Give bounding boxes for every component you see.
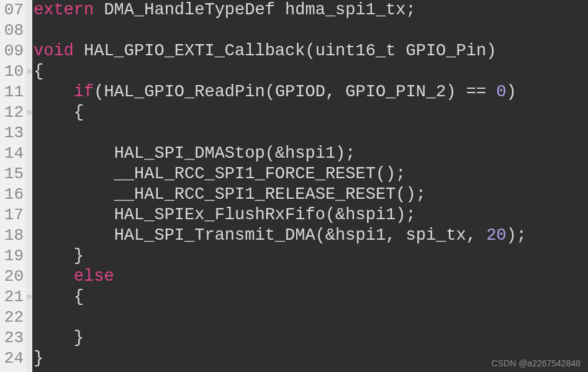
token-paren: (	[376, 164, 386, 184]
token-txt	[34, 266, 74, 287]
code-line[interactable]: void HAL_GPIO_EXTI_Callback(uint16_t GPI…	[34, 41, 588, 61]
token-kw-if: if	[74, 82, 94, 102]
line-number: 16	[1, 184, 24, 205]
token-txt	[34, 328, 74, 348]
token-kw-void: void	[34, 41, 74, 61]
code-area[interactable]: extern DMA_HandleTypeDef hdma_spi1_tx;vo…	[32, 0, 588, 372]
line-number: 08	[1, 20, 24, 41]
line-number: 23	[1, 328, 24, 348]
token-op: &	[275, 143, 285, 164]
code-line[interactable]: __HAL_RCC_SPI1_FORCE_RESET();	[34, 164, 588, 184]
token-txt	[34, 205, 114, 225]
line-number: 17	[1, 205, 24, 225]
token-paren: )	[406, 184, 416, 205]
code-line[interactable]: {	[34, 61, 588, 82]
line-number: 19	[1, 246, 24, 266]
token-ident: hspi1	[285, 143, 335, 164]
line-number: 10	[1, 61, 24, 82]
line-number: 22	[1, 307, 24, 328]
token-txt	[486, 82, 496, 102]
code-line[interactable]: else	[34, 266, 588, 287]
code-line[interactable]: HAL_SPI_Transmit_DMA(&hspi1, spi_tx, 20)…	[34, 225, 588, 246]
token-ident: GPIO_PIN_2	[345, 82, 446, 102]
token-paren: )	[507, 225, 517, 246]
token-semi: ;	[416, 184, 426, 205]
token-semi: ;	[517, 225, 527, 246]
token-txt	[335, 82, 345, 102]
token-ident: GPIOD	[275, 82, 325, 102]
token-paren: )	[486, 41, 496, 61]
token-paren: (	[265, 143, 275, 164]
token-brace: {	[74, 287, 84, 307]
code-line[interactable]: __HAL_RCC_SPI1_RELEASE_RESET();	[34, 184, 588, 205]
token-txt	[396, 41, 405, 61]
line-number-gutter: 070809101112131415161718192021222324	[0, 0, 26, 372]
token-brace: {	[34, 61, 43, 82]
token-func: HAL_SPIEx_FlushRxFifo	[114, 205, 325, 225]
fold-spacer	[26, 246, 32, 266]
code-line[interactable]: HAL_SPIEx_FlushRxFifo(&hspi1);	[34, 205, 588, 225]
token-num: 20	[486, 225, 506, 246]
token-paren: )	[335, 143, 345, 164]
fold-spacer	[26, 205, 32, 225]
fold-spacer	[26, 225, 32, 246]
fold-spacer	[26, 20, 32, 41]
code-line[interactable]: }	[34, 328, 588, 348]
token-txt	[34, 102, 74, 123]
token-txt	[34, 164, 114, 184]
token-func: __HAL_RCC_SPI1_FORCE_RESET	[114, 164, 376, 184]
line-number: 13	[1, 123, 24, 143]
fold-gutter: ⊟⊟⊟	[26, 0, 32, 372]
token-txt	[275, 0, 285, 20]
fold-spacer	[26, 348, 32, 369]
token-paren: (	[305, 41, 315, 61]
line-number: 07	[1, 0, 24, 20]
token-func: HAL_GPIO_EXTI_Callback	[84, 41, 305, 61]
token-paren: (	[315, 225, 325, 246]
token-paren: )	[446, 82, 456, 102]
fold-spacer	[26, 143, 32, 164]
line-number: 11	[1, 82, 24, 102]
token-paren: )	[386, 164, 396, 184]
code-line[interactable]: }	[34, 246, 588, 266]
code-editor: 070809101112131415161718192021222324 ⊟⊟⊟…	[0, 0, 588, 372]
token-ident: hspi1	[345, 205, 396, 225]
fold-toggle-icon[interactable]: ⊟	[26, 61, 32, 82]
token-ident: spi_tx	[406, 225, 466, 246]
token-comma: ,	[386, 225, 396, 246]
code-line[interactable]: extern DMA_HandleTypeDef hdma_spi1_tx;	[34, 0, 588, 20]
token-paren: )	[507, 82, 517, 102]
fold-spacer	[26, 0, 32, 20]
token-txt	[34, 246, 74, 266]
code-line[interactable]	[34, 307, 588, 328]
code-line[interactable]: {	[34, 287, 588, 307]
fold-spacer	[26, 307, 32, 328]
token-semi: ;	[406, 205, 416, 225]
line-number: 20	[1, 266, 24, 287]
watermark-text: CSDN @a2267542848	[492, 358, 581, 368]
token-op: &	[325, 225, 335, 246]
token-txt	[476, 225, 486, 246]
token-brace: }	[74, 328, 84, 348]
token-txt	[74, 41, 84, 61]
code-line[interactable]	[34, 123, 588, 143]
token-brace: {	[74, 102, 84, 123]
token-semi: ;	[406, 0, 416, 20]
code-line[interactable]: {	[34, 102, 588, 123]
token-txt	[34, 143, 114, 164]
fold-toggle-icon[interactable]: ⊟	[26, 102, 32, 123]
code-line[interactable]	[34, 20, 588, 41]
fold-toggle-icon[interactable]: ⊟	[26, 287, 32, 307]
token-brace: }	[74, 246, 84, 266]
code-line[interactable]: HAL_SPI_DMAStop(&hspi1);	[34, 143, 588, 164]
token-brace: }	[34, 348, 43, 369]
token-type: uint16_t	[315, 41, 396, 61]
token-ident: hdma_spi1_tx	[285, 0, 405, 20]
token-kw-else: else	[74, 266, 114, 287]
code-line[interactable]: if(HAL_GPIO_ReadPin(GPIOD, GPIO_PIN_2) =…	[34, 82, 588, 102]
token-paren: (	[265, 82, 275, 102]
fold-spacer	[26, 328, 32, 348]
fold-spacer	[26, 41, 32, 61]
token-comma: ,	[466, 225, 476, 246]
token-paren: (	[94, 82, 104, 102]
